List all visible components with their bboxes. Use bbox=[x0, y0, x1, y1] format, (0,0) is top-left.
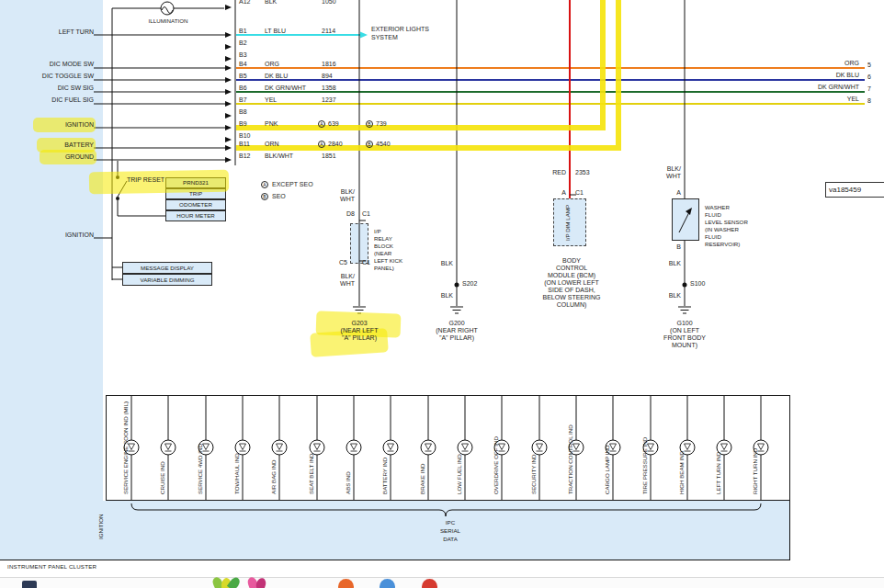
pin-a12-color: BLK bbox=[265, 0, 277, 6]
pin-a12-ckt: 1050 bbox=[322, 0, 336, 6]
washer-pin-b: B bbox=[644, 243, 681, 251]
ipc-bus-line2: SERIAL bbox=[414, 527, 487, 534]
doc-id-box: va185459 bbox=[825, 182, 884, 198]
g100-label-4: MOUNT) bbox=[648, 342, 721, 349]
legend-b-text: SEO bbox=[272, 193, 286, 200]
ipc-bus-line3: DATA bbox=[414, 536, 487, 542]
indicator-label-battery: BATTERY IND bbox=[381, 458, 388, 494]
g100-label-3: FRONT BODY bbox=[648, 334, 721, 342]
pin-b11-b-icon: B bbox=[366, 141, 373, 148]
ext-lights-line2: SYSTEM bbox=[371, 34, 398, 41]
indicator-label-traction-control: TRACTION CONTROL IND bbox=[567, 424, 573, 494]
washer-pin-a: A bbox=[644, 189, 681, 197]
relay-box-line4: (NEAR bbox=[374, 250, 391, 256]
indicator-label-cargo-lamp: CARGO LAMP IND bbox=[604, 445, 610, 494]
indicator-label-overdrive-off: OVERDRIVE OFF IND bbox=[493, 436, 499, 494]
bcm-desc-6: BELOW STEERING bbox=[526, 294, 618, 301]
partial-dark-icon[interactable] bbox=[22, 581, 37, 588]
pin-b4-ckt: 1816 bbox=[322, 61, 336, 68]
wire-label-dkgrn: DK GRN/WHT bbox=[767, 84, 859, 91]
relay-conn-c1-bot: C1 bbox=[362, 259, 370, 266]
illumination-lamp-icon bbox=[94, 2, 224, 280]
pin-b11-color: ORN bbox=[265, 141, 279, 148]
bcm-desc-4: (ON LOWER LEFT bbox=[526, 279, 618, 287]
relay-box-line6: PANEL) bbox=[374, 265, 394, 271]
bcm-desc-1: BODY bbox=[526, 257, 618, 265]
pin-b8-id: B8 bbox=[239, 108, 247, 116]
bcm-desc-3: MODULE (BCM) bbox=[526, 272, 618, 279]
washer-desc-3: LEVEL SENSOR bbox=[705, 219, 748, 225]
washer-wire-top-1: BLK/ bbox=[644, 165, 681, 173]
pin-b7-id: B7 bbox=[239, 96, 247, 104]
pin-b2-id: B2 bbox=[239, 40, 247, 47]
bcm-wire-color: RED bbox=[529, 169, 566, 176]
relay-wire-top-1: BLK/ bbox=[318, 188, 355, 196]
wire-pin-5: 5 bbox=[867, 62, 871, 69]
label-dic-sw-sig: DIC SW SIG bbox=[18, 85, 94, 92]
highlighted-wires bbox=[236, 0, 621, 148]
label-dic-toggle-sw: DIC TOGGLE SW bbox=[18, 73, 94, 80]
pin-b3-id: B3 bbox=[239, 51, 247, 59]
pin-b1-color: LT BLU bbox=[265, 28, 286, 35]
pin-b7-ckt: 1237 bbox=[322, 96, 336, 104]
pin-b12-id: B12 bbox=[239, 153, 250, 160]
serial-data-brace bbox=[131, 503, 761, 516]
legend-b-icon: B bbox=[261, 193, 268, 200]
bottom-ignition-label: IGNITION bbox=[97, 514, 104, 540]
washer-desc-2: FLUID bbox=[705, 211, 721, 218]
relay-box-line2: RELAY bbox=[374, 235, 392, 242]
pin-b12-color: BLK/WHT bbox=[265, 153, 293, 160]
label-left-turn: LEFT TURN bbox=[18, 28, 94, 36]
doc-id-text: va185459 bbox=[829, 186, 861, 195]
g200-wire1: BLK bbox=[416, 260, 453, 267]
g200-wire2: BLK bbox=[416, 292, 453, 300]
pin-b7-color: YEL bbox=[265, 96, 277, 104]
pin-b6-id: B6 bbox=[239, 85, 247, 92]
bcm-desc-7: COLUMN) bbox=[526, 301, 618, 309]
ip-dim-lamp-label: I/P DIM LAMP bbox=[564, 205, 571, 241]
pin-b1-ckt: 2114 bbox=[322, 28, 335, 35]
bcm-conn-c1: C1 bbox=[575, 189, 584, 197]
hour-meter-label: HOUR METER bbox=[165, 212, 226, 219]
wire-pin-8: 8 bbox=[867, 97, 871, 105]
prnd321-label: PRND321 bbox=[165, 179, 226, 186]
trip-reset-label: TRIP RESET bbox=[127, 176, 164, 184]
indicator-label-mil: SERVICE ENGINE SOON IND (MIL) bbox=[122, 401, 129, 494]
relay-wire-top-2: WHT bbox=[318, 196, 355, 203]
indicator-label-left-turn: LEFT TURN IND bbox=[715, 452, 721, 494]
app-orange-icon[interactable] bbox=[338, 579, 354, 588]
washer-wire2: BLK bbox=[644, 260, 681, 267]
washer-desc-4: (IN WASHER bbox=[705, 226, 739, 232]
relay-pin-d8: D8 bbox=[318, 210, 355, 218]
indicator-label-brake: BRAKE IND bbox=[419, 464, 425, 494]
pin-b1-id: B1 bbox=[239, 28, 247, 35]
pin-b9-a-icon: A bbox=[318, 120, 325, 128]
pin-b11-id: B11 bbox=[239, 141, 250, 148]
indicator-label-low-fuel: LOW FUEL IND bbox=[456, 454, 462, 494]
indicator-label-security: SECURITY IND bbox=[530, 454, 537, 494]
splice-s202-label: S202 bbox=[462, 280, 477, 288]
pin-arrows bbox=[225, 5, 232, 163]
pin-b10-id: B10 bbox=[239, 132, 250, 140]
indicator-label-tow-haul: TOW/HAUL IND bbox=[233, 453, 240, 494]
indicator-led-icons bbox=[124, 440, 768, 455]
label-dic-fuel-sig: DIC FUEL SIG bbox=[18, 96, 94, 104]
indicator-label-air-bag: AIR BAG IND bbox=[270, 460, 277, 494]
washer-wire3: BLK bbox=[644, 292, 681, 300]
bcm-desc-5: SIDE OF DASH, bbox=[526, 287, 618, 294]
pin-b6-ckt: 1358 bbox=[322, 85, 336, 92]
wire-label-org: ORG bbox=[767, 60, 859, 67]
variable-dimming-label: VARIABLE DIMMING bbox=[122, 277, 212, 283]
washer-desc-6: RESERVOIR) bbox=[705, 241, 740, 247]
pin-b11-a-icon: A bbox=[318, 141, 325, 148]
relay-conn-c1-top: C1 bbox=[362, 210, 370, 218]
wire-label-yel: YEL bbox=[767, 96, 859, 103]
trip-label: TRIP bbox=[165, 190, 226, 197]
indicator-label-cruise: CRUISE IND bbox=[159, 461, 165, 494]
app-blue-icon[interactable] bbox=[380, 579, 395, 588]
illumination-label: ILLUMINATION bbox=[136, 17, 200, 24]
indicator-label-right-turn: RIGHT TURN IND bbox=[752, 448, 758, 494]
app-red-icon[interactable] bbox=[422, 579, 437, 588]
bcm-desc-2: CONTROL bbox=[526, 265, 618, 272]
pin-b5-id: B5 bbox=[239, 73, 247, 80]
